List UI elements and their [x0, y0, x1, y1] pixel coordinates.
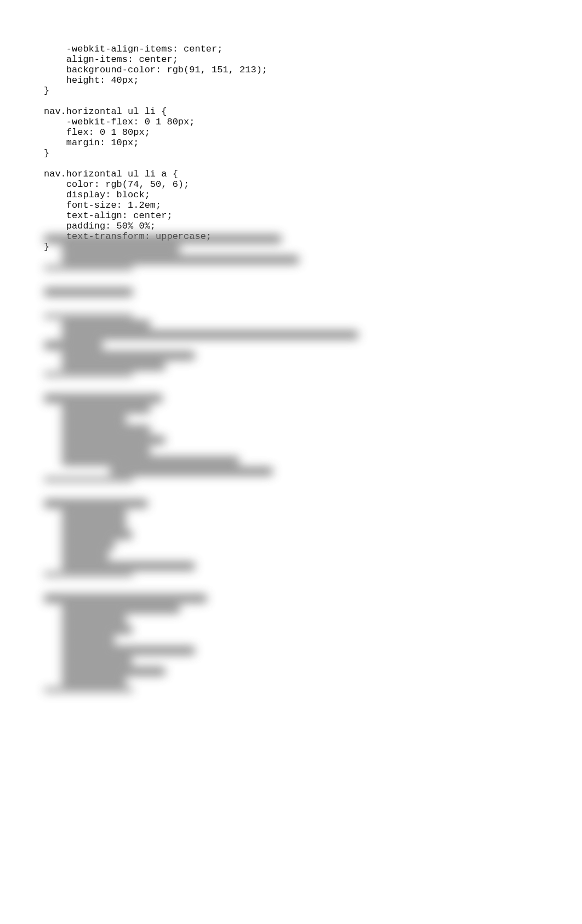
document-page: -webkit-align-items: center; align-items…	[0, 0, 582, 924]
obscured-code-region	[44, 233, 341, 639]
css-code-block: -webkit-align-items: center; align-items…	[44, 44, 538, 252]
